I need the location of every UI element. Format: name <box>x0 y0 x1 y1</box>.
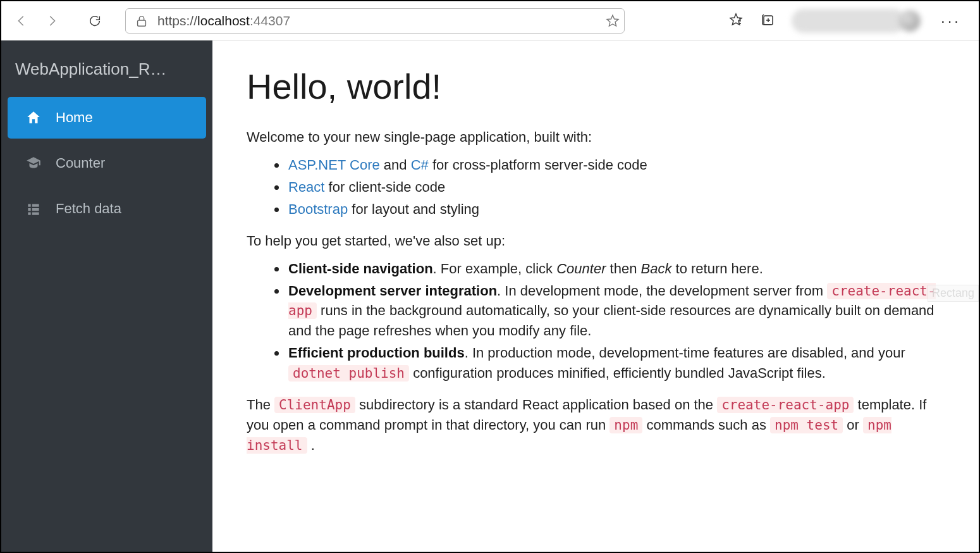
list-item: Efficient production builds. In producti… <box>287 343 945 383</box>
code-snippet: dotnet publish <box>288 365 409 382</box>
avatar[interactable] <box>899 10 921 32</box>
sidebar: WebApplication_R… Home Counter Fetch dat… <box>1 40 212 552</box>
list-item: React for client-side code <box>287 177 945 197</box>
url-host: localhost <box>197 13 250 28</box>
arrow-left-icon <box>15 14 28 28</box>
code-snippet: ClientApp <box>274 397 355 413</box>
address-bar[interactable]: https://localhost:44307 <box>125 8 625 34</box>
closing-paragraph: The ClientApp subdirectory is a standard… <box>247 395 945 456</box>
sidebar-item-counter[interactable]: Counter <box>8 142 206 184</box>
link-csharp[interactable]: C# <box>411 157 429 173</box>
refresh-button[interactable] <box>82 8 107 34</box>
tech-list: ASP.NET Core and C# for cross-platform s… <box>273 155 945 220</box>
feature-list: Client-side navigation. For example, cli… <box>273 259 945 383</box>
code-snippet: create-react-app <box>717 397 854 413</box>
star-icon[interactable] <box>605 13 620 28</box>
intro-text: Welcome to your new single-page applicat… <box>247 127 945 147</box>
profile-area-blurred <box>792 9 905 33</box>
favorites-list-icon <box>728 12 744 27</box>
list-item: Development server integration. In devel… <box>287 281 945 342</box>
code-snippet: npm test <box>770 417 843 433</box>
svg-rect-0 <box>138 20 146 26</box>
sidebar-item-label: Counter <box>56 155 105 171</box>
collections-icon <box>760 12 775 27</box>
url-port: :44307 <box>250 13 290 28</box>
lock-icon <box>135 14 149 28</box>
link-bootstrap[interactable]: Bootstrap <box>288 201 348 217</box>
graduation-icon <box>25 155 42 171</box>
sidebar-item-home[interactable]: Home <box>8 97 206 139</box>
list-item: Client-side navigation. For example, cli… <box>287 259 945 279</box>
app-brand[interactable]: WebApplication_R… <box>1 49 212 93</box>
list-item: Bootstrap for layout and styling <box>287 199 945 220</box>
url-scheme: https:// <box>157 13 197 28</box>
more-button[interactable]: ··· <box>937 12 965 30</box>
sidebar-item-label: Fetch data <box>56 201 121 217</box>
main-content: Hello, world! Welcome to your new single… <box>212 40 979 552</box>
arrow-right-icon <box>45 14 59 28</box>
favorites-button[interactable] <box>728 12 744 30</box>
list-icon <box>25 201 42 217</box>
forward-button[interactable] <box>39 8 64 34</box>
code-snippet: npm <box>609 417 642 433</box>
refresh-icon <box>88 14 102 28</box>
link-react[interactable]: React <box>288 179 324 195</box>
sidebar-item-label: Home <box>56 109 93 126</box>
sidebar-item-fetch-data[interactable]: Fetch data <box>8 188 206 230</box>
home-icon <box>25 109 42 126</box>
collections-button[interactable] <box>760 12 775 30</box>
help-intro: To help you get started, we've also set … <box>247 231 945 251</box>
back-button[interactable] <box>9 8 34 34</box>
page-title: Hello, world! <box>247 61 945 112</box>
stray-rectangle-label: Rectang <box>928 285 979 302</box>
browser-toolbar: https://localhost:44307 ··· <box>1 1 979 40</box>
link-aspnet[interactable]: ASP.NET Core <box>288 157 380 173</box>
list-item: ASP.NET Core and C# for cross-platform s… <box>287 155 945 175</box>
